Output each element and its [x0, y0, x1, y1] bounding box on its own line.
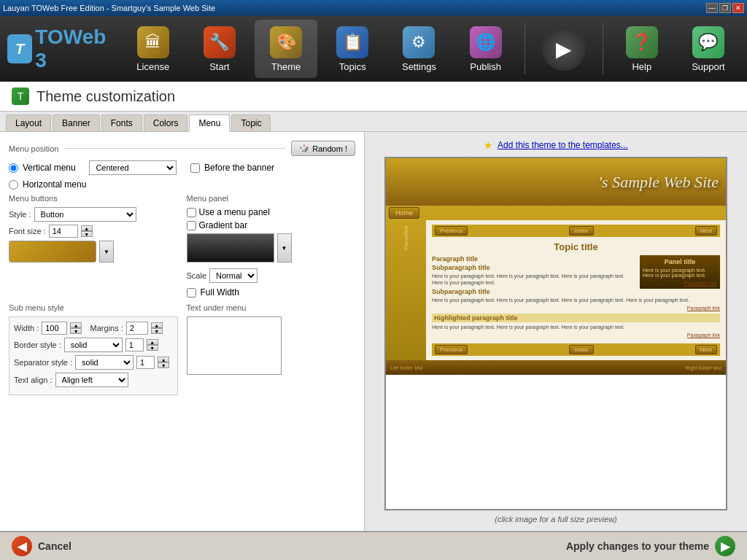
margins-input[interactable] — [126, 322, 148, 335]
toolbar-item-help[interactable]: ❓ Help — [611, 20, 673, 78]
nav-next-bottom[interactable]: Next — [695, 345, 717, 354]
nav-home[interactable]: Home — [389, 207, 419, 219]
nav-index-bottom[interactable]: Index — [569, 345, 594, 354]
toolbar-item-settings[interactable]: ⚙ Settings — [387, 20, 450, 78]
menu-buttons-label: Menu buttons — [9, 194, 178, 203]
separator-down[interactable]: ▼ — [158, 362, 169, 368]
before-banner-checkbox[interactable] — [190, 163, 200, 173]
color-dropdown-button[interactable]: ▼ — [99, 241, 114, 262]
border-up[interactable]: ▲ — [147, 339, 158, 345]
vertical-menu-row: Vertical menu Centered Left Right Before… — [9, 160, 355, 175]
page-title: Theme customization — [36, 88, 175, 105]
minimize-button[interactable]: — — [706, 3, 718, 13]
toolbar-item-support[interactable]: 💬 Support — [677, 20, 740, 78]
cancel-button[interactable]: ◀ Cancel — [12, 536, 71, 556]
apply-button[interactable]: Apply changes to your theme ▶ — [566, 536, 735, 556]
toolbar-item-license[interactable]: 🏛 License — [122, 20, 185, 78]
border-value-input[interactable] — [125, 338, 144, 351]
full-width-checkbox[interactable] — [187, 288, 196, 298]
text-align-select[interactable]: Align left Center Align right — [55, 373, 128, 387]
border-style-select[interactable]: solid dashed dotted none — [64, 338, 123, 352]
border-spinner[interactable]: ▲ ▼ — [147, 339, 158, 351]
nav-previous-top[interactable]: Previous — [435, 226, 468, 236]
settings-icon: ⚙ — [403, 26, 435, 58]
site-nav-prev-top: Previous Index Next — [432, 225, 720, 237]
preview-frame[interactable]: 's Sample Web Site Home Favorites — [384, 157, 727, 510]
toolbar: T TOWeb 3 🏛 License 🔧 Start 🎨 Theme 📋 To… — [0, 16, 747, 82]
scale-row: Scale Normal Small Large — [187, 268, 356, 283]
toolbar-item-theme[interactable]: 🎨 Theme — [255, 20, 317, 78]
content-body: Menu position 🎲 Random ! Vertical menu C… — [0, 132, 747, 531]
vertical-menu-radio[interactable] — [9, 163, 18, 173]
use-menu-panel-checkbox[interactable] — [187, 208, 196, 217]
separator-spinner[interactable]: ▲ ▼ — [158, 357, 169, 368]
toolbar-divider2 — [603, 23, 603, 74]
close-button[interactable]: ✕ — [732, 3, 744, 13]
width-input[interactable] — [42, 322, 67, 335]
width-down[interactable]: ▼ — [70, 328, 82, 334]
add-to-templates-link[interactable]: Add this theme to the templates... — [498, 140, 628, 150]
menu-panel-label: Menu panel — [187, 194, 356, 203]
width-row: Width : ▲ ▼ Margins : ▲ ▼ — [14, 322, 173, 335]
gradient-swatch[interactable] — [187, 233, 274, 262]
license-icon: 🏛 — [137, 26, 169, 58]
toolbar-item-topics[interactable]: 📋 Topics — [321, 20, 384, 78]
sidebar-favorites[interactable]: Favorites — [401, 223, 411, 253]
site-title: 's Sample Web Site — [598, 173, 719, 192]
before-banner-label: Before the banner — [204, 163, 274, 173]
separator-up[interactable]: ▲ — [158, 357, 169, 362]
separator-value-input[interactable] — [136, 356, 155, 369]
width-up[interactable]: ▲ — [70, 322, 82, 328]
margins-up[interactable]: ▲ — [151, 322, 163, 328]
border-down[interactable]: ▼ — [147, 345, 158, 351]
font-size-down[interactable]: ▼ — [81, 231, 93, 237]
theme-icon: 🎨 — [270, 26, 302, 58]
gradient-bar-checkbox[interactable] — [187, 221, 196, 230]
button-color-row: ▼ — [9, 241, 178, 262]
use-menu-panel-label: Use a menu panel — [199, 207, 270, 217]
position-select[interactable]: Centered Left Right — [89, 160, 177, 175]
tab-menu[interactable]: Menu — [189, 114, 230, 132]
margins-down[interactable]: ▼ — [151, 328, 163, 334]
font-size-up[interactable]: ▲ — [81, 225, 93, 231]
separator-style-select[interactable]: solid dashed dotted none — [75, 355, 133, 370]
gradient-dropdown-button[interactable]: ▼ — [277, 233, 292, 262]
toolbar-label-theme: Theme — [271, 61, 301, 72]
button-color-swatch[interactable] — [9, 241, 96, 262]
font-size-spinner[interactable]: ▲ ▼ — [81, 225, 93, 237]
toolbar-item-start[interactable]: 🔧 Start — [188, 20, 251, 78]
font-size-label: Font size : — [9, 227, 46, 236]
subpara2-title: Subparagraph title — [432, 288, 720, 295]
menu-panel-section: Menu panel Use a menu panel Gradient bar… — [187, 194, 356, 298]
nav-previous-bottom[interactable]: Previous — [435, 345, 468, 354]
tab-fonts[interactable]: Fonts — [101, 114, 142, 131]
horizontal-menu-radio[interactable] — [9, 180, 18, 190]
toolbar-item-play[interactable]: ▶ — [533, 20, 595, 78]
tab-banner[interactable]: Banner — [53, 114, 100, 131]
toolbar-label-license: License — [136, 61, 169, 72]
nav-next-top[interactable]: Next — [695, 226, 717, 236]
footer-left: Left footer text — [390, 365, 423, 370]
apply-label: Apply changes to your theme — [566, 540, 709, 552]
bottom-bar: ◀ Cancel Apply changes to your theme ▶ — [0, 531, 747, 560]
site-footer: Left footer text Right footer text — [386, 360, 726, 375]
use-menu-panel-row: Use a menu panel — [187, 207, 356, 217]
toolbar-label-topics: Topics — [339, 61, 366, 72]
menu-position-section: Menu position 🎲 Random ! — [9, 141, 355, 156]
tab-colors[interactable]: Colors — [144, 114, 188, 131]
site-sidebar: Favorites — [386, 220, 426, 360]
scale-select[interactable]: Normal Small Large — [209, 268, 258, 283]
width-spinner[interactable]: ▲ ▼ — [70, 322, 82, 334]
tab-topic[interactable]: Topic — [231, 114, 271, 131]
tab-bar: Layout Banner Fonts Colors Menu Topic — [0, 112, 747, 132]
text-under-menu-textarea[interactable] — [187, 316, 282, 375]
nav-index-top[interactable]: Index — [569, 226, 594, 236]
text-under-menu-panel: Text under menu — [187, 303, 356, 395]
font-size-input[interactable] — [49, 225, 78, 238]
maximize-button[interactable]: ❐ — [719, 3, 731, 13]
style-select[interactable]: Button Text Tab — [34, 207, 136, 222]
tab-layout[interactable]: Layout — [6, 114, 51, 131]
random-button[interactable]: 🎲 Random ! — [291, 141, 355, 156]
toolbar-item-publish[interactable]: 🌐 Publish — [454, 20, 517, 78]
margins-spinner[interactable]: ▲ ▼ — [151, 322, 163, 334]
